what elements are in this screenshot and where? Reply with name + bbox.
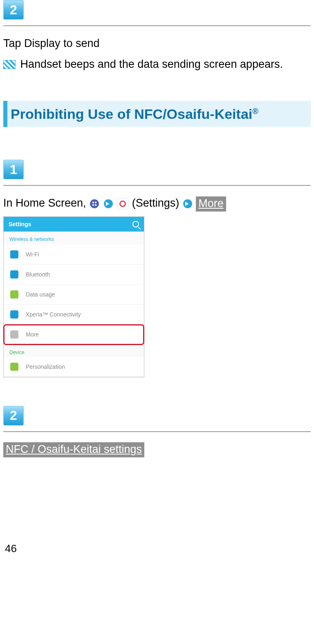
section-heading-text: Prohibiting Use of NFC/Osaifu-Keitai® bbox=[7, 101, 311, 127]
step-badge-2-top: 2 bbox=[3, 0, 24, 20]
screenshot-item-label: Xperia™ Connectivity bbox=[26, 311, 81, 318]
instruction-prefix: In Home Screen, bbox=[3, 197, 89, 209]
screenshot-section2-label: Device bbox=[4, 345, 144, 357]
page-number: 46 bbox=[3, 539, 311, 557]
search-icon bbox=[132, 221, 139, 227]
screenshot-item-label: Bluetooth bbox=[26, 271, 50, 278]
instruction-line-1: Tap Display to send bbox=[3, 35, 311, 52]
screenshot-item: Personalization bbox=[4, 357, 144, 377]
divider bbox=[3, 431, 311, 432]
screenshot-item-icon bbox=[10, 310, 18, 319]
settings-screenshot: Settings Wireless & networks Wi-FiBlueto… bbox=[3, 216, 144, 377]
screenshot-item-label: Wi-Fi bbox=[26, 251, 39, 258]
settings-gear-icon bbox=[117, 198, 128, 209]
screenshot-item-icon bbox=[10, 270, 18, 279]
divider bbox=[3, 25, 311, 26]
screenshot-header: Settings bbox=[4, 217, 144, 232]
step-badge-1: 1 bbox=[3, 160, 24, 179]
nfc-settings-step: NFC / Osaifu-Keitai settings bbox=[3, 441, 311, 458]
screenshot-item: More bbox=[4, 325, 144, 345]
screenshot-item-icon bbox=[10, 363, 18, 371]
step-badge-2-bottom: 2 bbox=[3, 406, 24, 426]
screenshot-section-label: Wireless & networks bbox=[4, 232, 144, 245]
screenshot-item: Xperia™ Connectivity bbox=[4, 305, 144, 325]
screenshot-item-label: More bbox=[26, 331, 39, 338]
step-number: 2 bbox=[10, 408, 17, 423]
screenshot-item-label: Data usage bbox=[26, 291, 55, 298]
instruction-settings: (Settings) bbox=[132, 197, 179, 209]
section-heading-sup: ® bbox=[252, 107, 258, 116]
section-heading-accent bbox=[3, 101, 7, 127]
screenshot-item: Bluetooth bbox=[4, 265, 144, 285]
screenshot-item: Data usage bbox=[4, 285, 144, 305]
screenshot-item-icon bbox=[10, 250, 18, 258]
arrow-right-icon bbox=[104, 199, 113, 208]
screenshot-title: Settings bbox=[9, 221, 31, 227]
navigation-instruction: In Home Screen, (Settings) More bbox=[3, 195, 311, 212]
screenshot-item-icon bbox=[10, 330, 18, 339]
step-number: 1 bbox=[10, 162, 17, 177]
apps-icon bbox=[90, 199, 99, 208]
step-number: 2 bbox=[10, 2, 17, 18]
screenshot-item: Wi-Fi bbox=[4, 245, 144, 265]
screenshot-item-icon bbox=[10, 290, 18, 299]
arrow-right-icon bbox=[183, 199, 192, 208]
bullet-icon bbox=[3, 60, 16, 69]
instruction-line-2-text: Handset beeps and the data sending scree… bbox=[20, 58, 283, 70]
screenshot-item-label: Personalization bbox=[26, 363, 65, 370]
section-heading: Prohibiting Use of NFC/Osaifu-Keitai® bbox=[3, 101, 311, 127]
section-heading-main: Prohibiting Use of NFC/Osaifu-Keitai bbox=[11, 106, 252, 122]
instruction-line-2: Handset beeps and the data sending scree… bbox=[3, 56, 311, 73]
more-button-label: More bbox=[196, 196, 226, 212]
divider bbox=[3, 185, 311, 186]
nfc-settings-label: NFC / Osaifu-Keitai settings bbox=[3, 442, 144, 457]
